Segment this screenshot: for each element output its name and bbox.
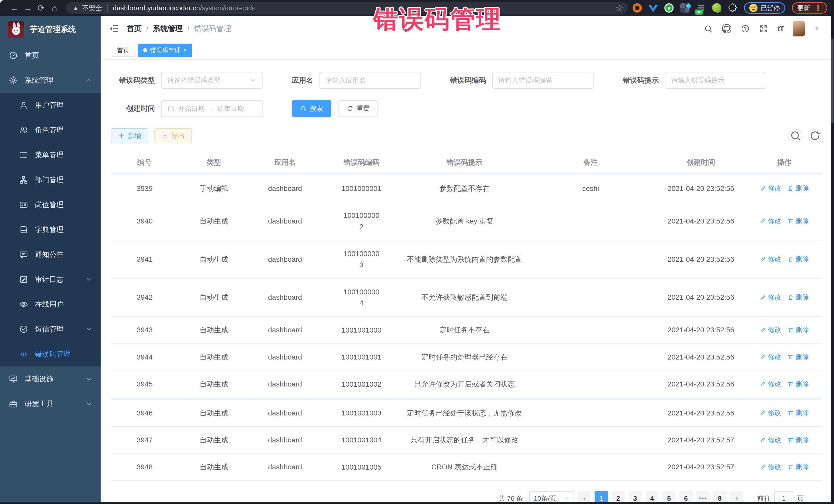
browser-home-icon[interactable]: ⌂ [48,3,61,13]
browser-forward-icon[interactable]: → [21,3,35,13]
sidebar-item-部门管理[interactable]: 部门管理 [0,167,101,192]
error-type-select[interactable]: 请选择错误码类型 [161,72,263,89]
sidebar-item-label: 用户管理 [35,100,93,110]
extension-grid-icon[interactable] [680,3,689,13]
bookmark-star-icon[interactable]: ☆ [616,3,623,13]
browser-update-button[interactable]: 更新 ⋮ [792,2,827,14]
sidebar-item-label: 岗位管理 [35,200,93,210]
cell-operations: 修改删除 [747,317,822,344]
app-name-input[interactable] [320,72,421,89]
browser-reload-icon[interactable]: ⟳ [35,3,48,13]
browser-scrollbar[interactable] [831,0,834,504]
breadcrumb-system[interactable]: 系统管理 [153,24,183,34]
extension-key-icon[interactable] [712,3,721,13]
delete-link[interactable]: 删除 [788,353,809,361]
delete-link[interactable]: 删除 [788,408,809,417]
sms-icon [19,325,28,334]
sidebar-item-首页[interactable]: 首页 [0,43,101,68]
sidebar-item-菜单管理[interactable]: 菜单管理 [0,143,101,167]
delete-link[interactable]: 删除 [788,325,809,334]
extensions-puzzle-icon[interactable] [728,3,737,13]
user-avatar[interactable] [793,21,805,37]
cell-time: 2021-04-20 23:52:56 [655,317,747,344]
sidebar-item-通知公告[interactable]: 通知公告 [0,242,101,267]
profile-avatar-emoji [749,4,758,12]
sidebar-menu: 首页系统管理用户管理角色管理菜单管理部门管理岗位管理字典管理通知公告审计日志在线… [0,43,101,416]
extension-vue-devtools-icon[interactable] [649,3,658,13]
table-toolbar: 新增 导出 [111,128,822,143]
sidebar-item-在线用户[interactable]: 在线用户 [0,292,101,317]
sidebar-item-用户管理[interactable]: 用户管理 [0,93,101,117]
pen-icon [760,256,766,262]
sidebar-item-岗位管理[interactable]: 岗位管理 [0,192,101,217]
error-code-field[interactable] [498,76,587,84]
toggle-search-button[interactable] [789,129,802,143]
delete-link[interactable]: 删除 [788,436,809,444]
breadcrumb-current: 错误码管理 [194,24,231,34]
sidebar-item-角色管理[interactable]: 角色管理 [0,117,101,143]
edit-link[interactable]: 修改 [760,325,782,334]
browser-menu-kebab-icon[interactable]: ⋮ [814,4,822,13]
export-button[interactable]: 导出 [154,128,192,143]
error-type-label: 错误码类型 [111,75,155,85]
breadcrumb-home[interactable]: 首页 [127,24,142,34]
help-icon[interactable] [741,24,750,34]
error-hint-input[interactable] [665,72,766,89]
error-code-input[interactable] [492,72,594,89]
sidebar-item-字典管理[interactable]: 字典管理 [0,217,101,242]
add-button[interactable]: 新增 [111,128,148,143]
search-button[interactable]: 搜索 [292,100,331,117]
edit-link[interactable]: 修改 [760,217,782,225]
browser-back-icon[interactable]: ← [8,3,21,13]
cell-operations: 修改删除 [747,175,822,202]
extension-orange-icon[interactable] [633,3,642,13]
edit-link[interactable]: 修改 [760,255,782,264]
edit-link[interactable]: 修改 [760,408,782,417]
delete-link[interactable]: 删除 [788,293,809,302]
sidebar-item-基础设施[interactable]: 基础设施 [0,367,101,391]
edit-link[interactable]: 修改 [760,379,782,389]
tag-error-code[interactable]: 错误码管理 × [138,44,192,57]
github-icon[interactable] [722,24,731,34]
sidebar-item-错误码管理[interactable]: 错误码管理 [0,342,101,367]
fullscreen-icon[interactable] [759,24,768,34]
scrollbar-thumb[interactable] [831,39,833,123]
reset-button[interactable]: 重置 [338,100,378,117]
delete-link[interactable]: 删除 [788,462,809,472]
search-icon[interactable] [704,24,713,34]
sidebar-collapse-icon[interactable] [109,24,119,34]
dashboard-icon [9,51,18,60]
sidebar-item-短信管理[interactable]: 短信管理 [0,317,101,342]
sidebar-item-审计日志[interactable]: 审计日志 [0,267,101,292]
edit-link[interactable]: 修改 [760,462,782,472]
date-range-picker[interactable]: 开始日期 - 结束日期 [161,100,263,117]
sidebar-item-研发工具[interactable]: 研发工具 [0,391,101,416]
trash-icon [788,354,794,360]
browser-address-bar[interactable]: ▲︎ 不安全 dashboard.yudao.iocoder.cn/system… [66,2,628,14]
address-bar-divider [107,4,108,12]
delete-link[interactable]: 删除 [788,255,809,264]
edit-link[interactable]: 修改 [760,293,782,302]
sidebar-logo-row[interactable]: 芋道管理系统 [0,16,101,43]
cell-code: 1001000001 [321,175,402,202]
profile-paused-badge[interactable]: 已暂停 [744,2,785,14]
user-menu-caret-icon[interactable]: ▼ [814,25,820,32]
error-hint-field[interactable] [671,76,760,84]
app-name-field[interactable] [326,76,415,84]
tag-close-icon[interactable]: × [183,47,186,53]
delete-link[interactable]: 删除 [788,184,809,193]
cell-time: 2021-04-20 23:52:56 [655,371,747,398]
cell-time: 2021-04-20 23:52:56 [655,240,747,279]
edit-link[interactable]: 修改 [760,436,782,444]
error-code-label: 错误码编码 [450,75,486,85]
edit-link[interactable]: 修改 [760,184,782,193]
delete-link[interactable]: 删除 [788,217,809,225]
tag-home[interactable]: 首页 [112,44,134,57]
refresh-table-button[interactable] [808,129,822,143]
extension-list-icon[interactable]: on [696,3,705,13]
font-size-icon[interactable]: tT [777,24,784,33]
sidebar-item-系统管理[interactable]: 系统管理 [0,68,101,93]
edit-link[interactable]: 修改 [760,353,782,361]
delete-link[interactable]: 删除 [788,379,809,389]
extension-green-icon[interactable]: v [664,3,674,13]
